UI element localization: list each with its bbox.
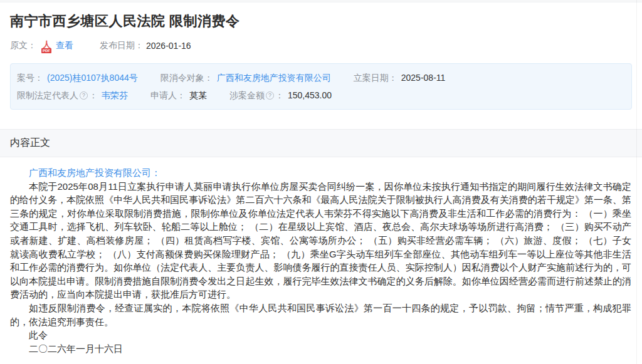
colon: ： <box>177 88 186 103</box>
help-icon[interactable]: ? <box>266 91 274 100</box>
pdf-icon-badge: PDF <box>41 48 51 53</box>
body-closing: 此令 <box>10 328 631 342</box>
scrollbar-track-edge <box>636 0 637 364</box>
field-filing-date: 立案日期 ： 2025-08-11 <box>354 70 446 85</box>
meta-row: 原文： 人 PDF 查看 发布日期： 2026-01-16 <box>0 39 642 53</box>
page: 南宁市西乡塘区人民法院 限制消费令 原文： 人 PDF 查看 发布日期： 202… <box>0 0 642 361</box>
section-title: 内容正文 <box>10 137 50 148</box>
field-case-amount: 涉案金额 ? ： 150,453.00 <box>229 88 332 103</box>
source-label: 原文： <box>10 40 36 51</box>
section-header: 内容正文 <box>0 129 642 157</box>
body-paragraph: 本院于2025年08月11日立案执行申请人莫丽申请执行你单位房屋买卖合同纠纷一案… <box>10 180 631 301</box>
legal-representative-link[interactable]: 韦荣芬 <box>102 88 128 103</box>
body-paragraph: 如违反限制消费令，经查证属实的，本院将依照《中华人民共和国民事诉讼法》第一百一十… <box>10 301 631 328</box>
colon: ： <box>275 88 284 103</box>
legal-representative-label: 限制法定代表人 <box>17 88 78 103</box>
restricted-target-link[interactable]: 广西和友房地产投资有限公司 <box>217 70 331 85</box>
field-restricted-target: 限消令对象 ： 广西和友房地产投资有限公司 <box>160 70 331 85</box>
field-legal-representative: 限制法定代表人 ? ： 韦荣芬 <box>17 88 128 103</box>
help-icon[interactable]: ? <box>80 91 88 100</box>
page-title: 南宁市西乡塘区人民法院 限制消费令 <box>0 3 642 31</box>
applicant-value: 莫某 <box>189 88 207 103</box>
body-date-line: 二〇二六年一月十六日 <box>10 342 631 356</box>
case-info-row-1: 案号 ： (2025)桂0107执8044号 限消令对象 ： 广西和友房地产投资… <box>17 70 625 86</box>
filing-date-label: 立案日期 <box>354 70 389 85</box>
addressee-company-link[interactable]: 广西和友房地产投资有限公司： <box>10 166 631 180</box>
case-amount-label: 涉案金额 <box>229 88 265 103</box>
case-info-row-2: 限制法定代表人 ? ： 韦荣芬 申请人 ： 莫某 涉案金额 ? ： 150,45… <box>17 87 625 103</box>
case-number-link[interactable]: (2025)桂0107执8044号 <box>47 70 138 85</box>
case-info-card: 案号 ： (2025)桂0107执8044号 限消令对象 ： 广西和友房地产投资… <box>10 63 632 110</box>
case-amount-value: 150,453.00 <box>288 88 332 103</box>
publish-date-value: 2026-01-16 <box>146 41 191 51</box>
colon: ： <box>89 88 98 103</box>
pdf-file-icon[interactable]: 人 PDF <box>41 40 52 52</box>
colon: ： <box>34 70 43 85</box>
publish-date-label: 发布日期： <box>100 40 144 51</box>
document-body: 广西和友房地产投资有限公司： 本院于2025年08月11日立案执行申请人莫丽申请… <box>0 157 642 355</box>
case-number-label: 案号 <box>17 70 34 85</box>
filing-date-value: 2025-08-11 <box>401 70 446 85</box>
colon: ： <box>204 70 213 85</box>
applicant-label: 申请人 <box>150 88 177 103</box>
field-case-number: 案号 ： (2025)桂0107执8044号 <box>17 70 138 85</box>
restricted-target-label: 限消令对象 <box>160 70 204 85</box>
colon: ： <box>389 70 397 85</box>
field-applicant: 申请人 ： 莫某 <box>150 88 207 103</box>
view-original-link[interactable]: 查看 <box>56 40 73 51</box>
